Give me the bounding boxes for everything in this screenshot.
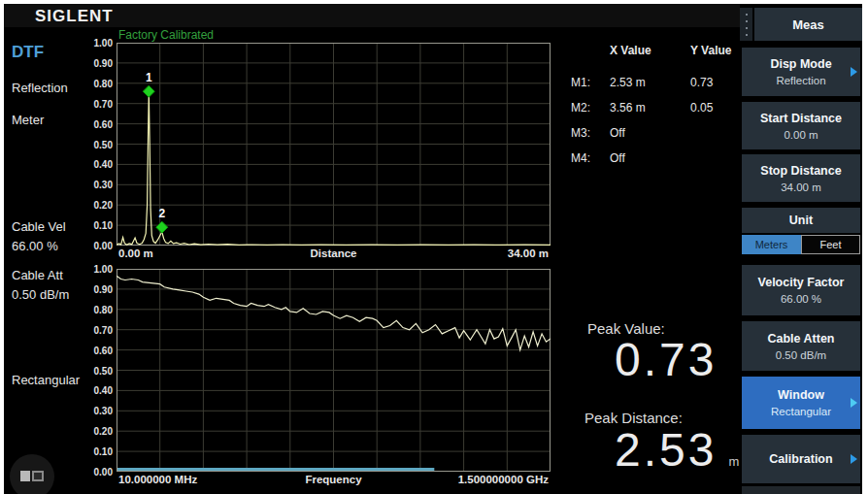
menu-disp-mode-label: Disp Mode <box>742 57 860 71</box>
menu-window-label: Window <box>742 388 860 402</box>
sidebar-filler <box>742 486 860 494</box>
cable-att-value: 0.50 dB/m <box>12 287 69 302</box>
y-tick-label: 0.70 <box>78 99 113 110</box>
dtf-chart-x-axis: 0.00 m Distance 34.00 m <box>117 247 551 260</box>
y-tick-label: 0.60 <box>78 119 113 130</box>
menu-start-distance-value: 0.00 m <box>742 129 860 141</box>
y-tick-label: 0.80 <box>78 79 113 89</box>
unit-option-feet[interactable]: Feet <box>801 235 860 254</box>
menu-stop-distance-value: 34.00 m <box>742 181 860 193</box>
svg-text:2: 2 <box>158 207 165 220</box>
window-type-label: Rectangular <box>12 373 80 387</box>
marker-name: M2: <box>571 101 590 115</box>
marker-name: M4: <box>571 151 590 165</box>
unit-option-meters[interactable]: Meters <box>742 235 801 254</box>
dtf-distance-chart[interactable]: 12 <box>117 43 551 246</box>
menu-cable-atten-button[interactable]: Cable Atten0.50 dB/m <box>742 321 860 371</box>
unit-label: Meter <box>12 113 44 127</box>
y-tick-label: 0.10 <box>78 220 113 231</box>
mode-label-dtf: DTF <box>12 43 44 62</box>
menu-calibration-label: Calibration <box>742 452 860 466</box>
menu-start-distance-label: Start Distance <box>742 112 860 125</box>
calibration-status: Factory Calibrated <box>118 28 214 42</box>
display-mode-label: Reflection <box>12 81 68 95</box>
y-tick-label: 1.00 <box>78 38 113 49</box>
y-tick-label: 1.00 <box>78 264 113 275</box>
x-axis-title: Distance <box>117 247 551 259</box>
marker-x-value: 2.53 m <box>610 76 646 89</box>
x-end-label: 1.500000000 GHz <box>458 474 549 485</box>
menu-cable-atten-value: 0.50 dB/m <box>742 349 860 361</box>
cable-att-label: Cable Att <box>12 268 63 282</box>
menu-calibration-button[interactable]: Calibration <box>742 435 860 483</box>
cable-vel-value: 66.00 % <box>12 239 58 253</box>
menu-grip-dots-icon <box>740 8 752 41</box>
y-value-header: Y Value <box>690 44 731 57</box>
screen-icon <box>20 471 30 481</box>
menu-title[interactable]: Meas <box>754 8 862 41</box>
y-tick-label: 0.20 <box>78 426 113 437</box>
menu-sidebar: Meas Disp ModeReflectionStart Distance0.… <box>740 4 862 494</box>
menu-velocity-factor-button[interactable]: Velocity Factor66.00 % <box>742 265 860 315</box>
y-tick-label: 0.60 <box>78 346 113 356</box>
y-tick-label: 0.40 <box>78 385 113 396</box>
y-tick-label: 0.50 <box>78 366 113 377</box>
y-tick-label: 0.90 <box>78 58 113 69</box>
submenu-arrow-icon <box>851 67 857 77</box>
menu-start-distance-button[interactable]: Start Distance0.00 m <box>742 102 860 149</box>
menu-cable-atten-label: Cable Atten <box>742 332 860 346</box>
marker-x-value: Off <box>610 126 625 140</box>
frequency-chart-x-axis: 10.000000 MHz Frequency 1.500000000 GHz <box>117 474 551 486</box>
menu-window-value: Rectangular <box>742 406 860 417</box>
screen-outline-icon <box>32 471 44 481</box>
instrument-screen: SIGLENT DTF Reflection Meter Cable Vel 6… <box>4 4 862 494</box>
submenu-arrow-icon <box>851 398 857 408</box>
marker-name: M1: <box>571 76 590 89</box>
y-tick-label: 0.90 <box>78 284 113 295</box>
menu-disp-mode-value: Reflection <box>742 75 860 86</box>
peak-distance-unit: m <box>728 454 739 469</box>
x-end-label: 34.00 m <box>508 247 549 259</box>
y-tick-label: 0.10 <box>78 446 113 457</box>
menu-unit-button[interactable]: Unit <box>742 208 860 233</box>
frequency-chart[interactable] <box>117 269 551 472</box>
menu-velocity-factor-label: Velocity Factor <box>742 276 860 289</box>
marker-name: M3: <box>571 126 590 140</box>
svg-text:1: 1 <box>146 71 152 84</box>
marker-x-value: 3.56 m <box>610 101 646 115</box>
menu-stop-distance-button[interactable]: Stop Distance34.00 m <box>742 154 860 202</box>
cable-vel-label: Cable Vel <box>12 219 66 234</box>
y-tick-label: 0.30 <box>78 406 113 416</box>
marker-y-value: 0.05 <box>690 101 713 115</box>
menu-stop-distance-label: Stop Distance <box>742 164 860 178</box>
y-tick-label: 0.50 <box>78 140 113 150</box>
y-tick-label: 0.00 <box>78 467 113 478</box>
y-tick-label: 0.20 <box>78 200 113 211</box>
y-tick-label: 0.70 <box>78 325 113 336</box>
y-tick-label: 0.00 <box>78 241 113 251</box>
menu-unit-label: Unit <box>742 214 860 227</box>
unit-toggle: MetersFeet <box>742 235 860 254</box>
y-tick-label: 0.80 <box>78 305 113 315</box>
menu-disp-mode-button[interactable]: Disp ModeReflection <box>742 48 860 96</box>
peak-distance: 2.53m <box>615 423 739 477</box>
menu-velocity-factor-value: 66.00 % <box>742 293 860 305</box>
x-value-header: X Value <box>610 44 651 57</box>
top-bar: SIGLENT <box>4 4 740 27</box>
marker-y-value: 0.73 <box>690 76 713 89</box>
y-tick-label: 0.40 <box>78 159 113 170</box>
marker-x-value: Off <box>610 151 625 165</box>
y-tick-label: 0.30 <box>78 180 113 190</box>
siglent-logo: SIGLENT <box>35 7 114 26</box>
submenu-arrow-icon <box>851 454 857 464</box>
menu-window-button[interactable]: WindowRectangular <box>742 377 860 429</box>
peak-value: 0.73 <box>615 333 717 386</box>
display-toggle-button[interactable] <box>10 454 54 494</box>
